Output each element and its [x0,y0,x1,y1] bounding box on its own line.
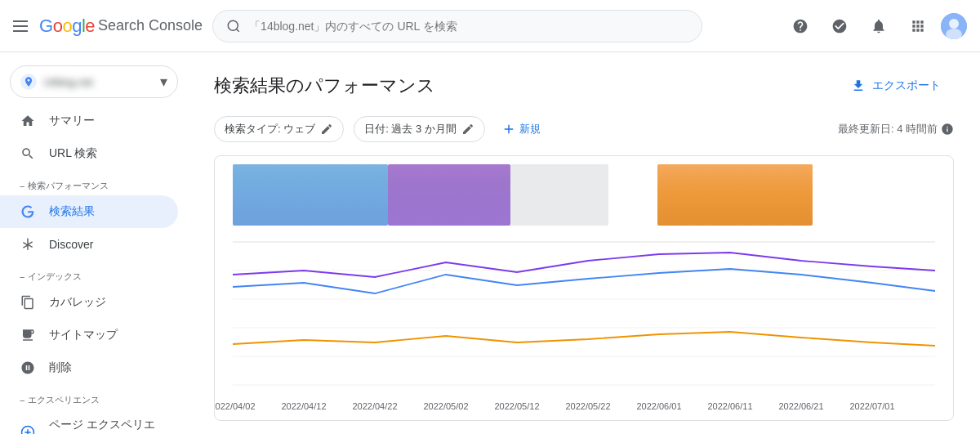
sidebar-item-search-results[interactable]: 検索結果 [0,195,178,228]
search-icon [226,19,241,34]
svg-point-0 [228,20,238,30]
date-label: 日付: 過去 3 か月間 [364,122,457,136]
add-filter-button[interactable]: 新規 [495,117,547,141]
edit-icon [320,123,333,136]
add-filter-label: 新規 [519,122,541,136]
chevron-down-icon: ▾ [160,73,167,91]
filters-row: 検索タイプ: ウェブ 日付: 過去 3 か月間 新規 最終更新日: 4 時間前 [214,116,954,142]
page-header: 検索結果のパフォーマンス エクスポート [214,72,954,100]
svg-text:2022/04/22: 2022/04/22 [352,401,397,411]
coverage-icon [20,294,36,311]
sidebar-item-label: 削除 [49,360,72,375]
removals-icon [20,360,36,376]
sidebar-item-label: Discover [49,238,93,251]
section-search-performance[interactable]: − 検索パフォーマンス [0,170,188,195]
asterisk-icon [20,236,36,253]
apps-icon [910,18,926,34]
svg-text:2022/07/01: 2022/07/01 [849,401,894,411]
page-title: 検索結果のパフォーマンス [214,74,435,98]
avatar-image [941,13,967,39]
property-selector[interactable]: 14blog.net ▾ [10,65,178,98]
svg-text:2022/04/02: 2022/04/02 [215,401,256,411]
content-area: 検索結果のパフォーマンス エクスポート 検索タイプ: ウェブ 日付: 過去 3 … [188,52,980,434]
add-icon [501,122,516,136]
svg-text:2022/06/21: 2022/06/21 [778,401,823,411]
date-filter[interactable]: 日付: 過去 3 か月間 [354,116,485,142]
sidebar-item-label: サマリー [49,114,95,128]
help-icon [792,18,808,34]
sitemap-icon [20,327,36,343]
google-logo: Google [39,16,95,37]
sidebar-item-sitemaps[interactable]: サイトマップ [0,319,178,351]
sidebar-item-label: URL 検索 [49,146,97,161]
svg-text:2022/04/12: 2022/04/12 [281,401,326,411]
search-type-filter[interactable]: 検索タイプ: ウェブ [214,116,344,142]
svg-rect-10 [233,164,388,226]
svg-text:2022/06/11: 2022/06/11 [707,401,752,411]
property-name: 14blog.net [43,76,154,88]
chart-svg: 2022/04/02 2022/04/12 2022/04/22 2022/05… [215,156,953,418]
section-index[interactable]: − インデックス [0,261,188,286]
search-input[interactable] [249,20,688,33]
search-nav-icon [20,145,36,162]
account-circle-button[interactable] [823,10,856,43]
performance-chart: 2022/04/02 2022/04/12 2022/04/22 2022/05… [214,155,954,421]
svg-text:2022/05/12: 2022/05/12 [494,401,539,411]
sidebar-item-removals[interactable]: 削除 [0,351,178,384]
header-icons [784,10,967,43]
header-left: Google Search Console [13,16,203,37]
sidebar-item-url-inspection[interactable]: URL 検索 [0,137,178,170]
property-icon [20,74,37,90]
notifications-button[interactable] [862,10,895,43]
export-button[interactable]: エクスポート [838,72,954,100]
last-updated-text: 最終更新日: 4 時間前 [838,122,938,136]
search-bar[interactable] [212,10,702,43]
app-name: Search Console [98,17,203,34]
logo: Google Search Console [39,16,203,37]
sidebar-item-label: ページ エクスペリエンス [49,418,158,434]
edit-icon [461,123,474,136]
sidebar-item-coverage[interactable]: カバレッジ [0,286,178,319]
header: Google Search Console [0,0,980,52]
main-layout: 14blog.net ▾ サマリー URL 検索 − 検索パフォーマンス 検索結… [0,52,980,434]
help-button[interactable] [784,10,817,43]
plus-circle-icon [20,424,36,434]
svg-rect-12 [657,164,813,226]
collapse-icon: − [20,272,24,282]
apps-button[interactable] [902,10,934,43]
sidebar-item-discover[interactable]: Discover [0,228,178,261]
svg-text:2022/05/22: 2022/05/22 [565,401,610,411]
account-circle-icon [831,18,848,34]
home-icon [20,113,36,129]
sidebar-item-label: 検索結果 [49,204,95,219]
export-label: エクスポート [872,78,941,93]
collapse-icon: − [20,396,24,405]
notifications-icon [871,18,887,34]
section-experience[interactable]: − エクスペリエンス [0,384,188,409]
google-g-icon [20,204,36,220]
download-icon [851,78,866,93]
svg-line-1 [237,29,239,31]
sidebar: 14blog.net ▾ サマリー URL 検索 − 検索パフォーマンス 検索結… [0,52,188,434]
sidebar-item-summary[interactable]: サマリー [0,105,178,137]
collapse-icon: − [20,181,24,191]
avatar[interactable] [941,13,967,39]
sidebar-item-page-experience[interactable]: ページ エクスペリエンス [0,409,178,434]
svg-rect-11 [388,164,510,226]
sidebar-item-label: サイトマップ [49,328,118,342]
menu-icon[interactable] [13,16,33,36]
svg-text:2022/05/02: 2022/05/02 [423,401,468,411]
svg-point-3 [949,19,959,29]
sidebar-item-label: カバレッジ [49,295,106,310]
last-updated: 最終更新日: 4 時間前 [838,122,954,136]
info-icon [941,123,954,136]
svg-rect-8 [510,164,608,226]
search-type-label: 検索タイプ: ウェブ [225,122,315,136]
svg-text:2022/06/01: 2022/06/01 [636,401,681,411]
